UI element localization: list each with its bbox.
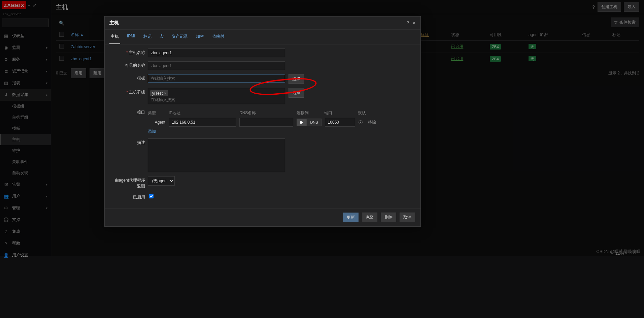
label-interface: 接口 — [137, 110, 145, 115]
iface-head-conn: 连接到 — [297, 110, 321, 116]
iface-remove-link[interactable]: 移除 — [368, 120, 376, 125]
iface-default-radio[interactable] — [359, 120, 363, 124]
modal-tab-2[interactable]: 标记 — [142, 30, 153, 44]
hostgroup-box[interactable]: yITest × — [148, 88, 285, 104]
iface-conn-ip-button[interactable]: IP — [297, 119, 307, 126]
label-enabled: 已启用 — [133, 195, 145, 199]
visiblename-input[interactable] — [148, 61, 285, 70]
label-hostname: 主机名称 — [129, 50, 145, 55]
update-button[interactable]: 更新 — [343, 213, 359, 222]
select-template-button[interactable]: 选择 — [289, 74, 304, 84]
iface-head-default: 默认 — [358, 110, 378, 116]
modal-close-icon[interactable]: ✕ — [412, 21, 416, 25]
modal-tab-6[interactable]: 值映射 — [211, 30, 226, 44]
iface-head-port: 端口 — [324, 110, 354, 116]
hostgroup-tag-remove-icon[interactable]: × — [164, 91, 166, 95]
modal-tab-1[interactable]: IPMI — [126, 30, 137, 44]
iface-head-dns: DNS名称 — [239, 110, 293, 116]
label-hostgroup: 主机群组 — [129, 90, 145, 94]
label-visiblename: 可见的名称 — [125, 63, 145, 68]
modal-tab-0[interactable]: 主机 — [109, 30, 120, 44]
enabled-checkbox[interactable] — [149, 194, 154, 198]
hostname-input[interactable] — [148, 49, 285, 57]
label-description: 描述 — [137, 140, 145, 145]
iface-connect-toggle[interactable]: IP DNS — [297, 119, 321, 126]
cancel-button[interactable]: 取消 — [400, 213, 415, 222]
iface-ip-input[interactable] — [169, 118, 236, 127]
select-hostgroup-button[interactable]: 选择 — [289, 88, 304, 98]
hostgroup-input[interactable] — [150, 97, 283, 102]
iface-dns-input[interactable] — [239, 118, 293, 127]
iface-port-input[interactable] — [325, 118, 355, 127]
modal-tab-5[interactable]: 加密 — [195, 30, 205, 44]
iface-conn-dns-button[interactable]: DNS — [307, 119, 321, 126]
iface-type-label: Agent — [148, 120, 165, 125]
host-modal: 主机 ? ✕ 主机IPMI标记宏资产记录加密值映射 *主机名称 可见的名称 模板… — [104, 16, 421, 227]
modal-tab-4[interactable]: 资产记录 — [170, 30, 189, 44]
label-template: 模板 — [137, 76, 145, 81]
add-interface-link[interactable]: 添加 — [148, 127, 378, 134]
modal-help-icon[interactable]: ? — [407, 21, 409, 25]
template-input[interactable] — [148, 74, 285, 83]
modal-title: 主机 — [109, 20, 119, 26]
hostgroup-tag[interactable]: yITest × — [150, 90, 168, 96]
clone-button[interactable]: 克隆 — [362, 213, 377, 222]
hostgroup-tag-label: yITest — [152, 91, 163, 96]
modal-tab-3[interactable]: 宏 — [158, 30, 165, 44]
description-textarea[interactable] — [148, 138, 285, 172]
proxy-select[interactable]: (无agent) — [148, 176, 175, 186]
label-proxy: 由agent代理程序监测 — [115, 178, 145, 188]
iface-head-type: 类型 — [148, 110, 165, 116]
time-badge: 11:44 — [615, 252, 624, 255]
delete-button[interactable]: 删除 — [381, 213, 396, 222]
iface-head-ip: IP地址 — [169, 110, 236, 116]
